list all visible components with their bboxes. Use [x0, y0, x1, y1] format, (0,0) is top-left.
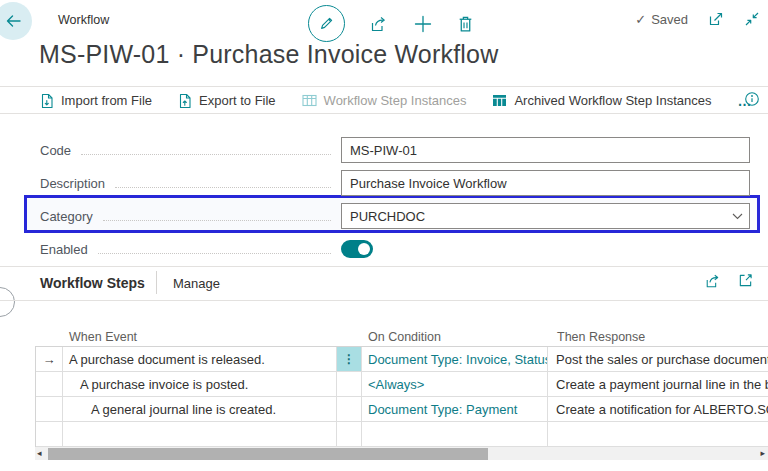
dotted-leader — [103, 203, 331, 221]
export-to-file-label: Export to File — [199, 93, 276, 108]
workflow-step-instances-label: Workflow Step Instances — [324, 93, 467, 108]
expand-icon — [738, 273, 753, 288]
row-selector-cell[interactable] — [36, 372, 63, 396]
share-icon — [704, 273, 722, 289]
horizontal-scrollbar[interactable]: ◂ ▸ — [35, 447, 768, 460]
when-event-cell[interactable]: A general journal line is created. — [63, 397, 337, 421]
then-response-cell[interactable]: Create a payment journal line in the b — [548, 372, 768, 396]
field-row-category: Category — [40, 203, 752, 230]
page-caption: Workflow — [58, 13, 109, 27]
row-selector-cell[interactable]: → — [36, 347, 63, 371]
section-separator — [156, 271, 157, 294]
popout-icon — [708, 11, 724, 27]
description-field[interactable] — [341, 170, 750, 196]
divider — [0, 86, 768, 87]
vertical-ellipsis-icon: ⋮ — [343, 352, 355, 366]
then-response-cell[interactable]: Post the sales or purchase document — [548, 347, 768, 371]
pencil-icon — [318, 15, 335, 32]
edge-partial-circle — [0, 287, 15, 317]
when-event-cell[interactable]: A purchase invoice is posted. — [63, 372, 337, 396]
on-condition-link[interactable]: Document Type: Payment — [362, 397, 548, 421]
table-row: A purchase invoice is posted. <Always> C… — [36, 372, 768, 397]
trash-icon — [457, 15, 474, 33]
when-event-cell[interactable] — [63, 422, 337, 446]
scroll-right-arrow[interactable]: ▸ — [760, 448, 765, 459]
workflow-step-instances-button[interactable]: Workflow Step Instances — [302, 93, 467, 108]
divider — [0, 113, 768, 114]
info-button[interactable] — [744, 91, 760, 107]
then-response-cell[interactable] — [548, 422, 768, 446]
code-field[interactable] — [341, 137, 750, 163]
dotted-leader — [81, 137, 331, 155]
category-label: Category — [40, 203, 93, 230]
on-condition-link[interactable]: Document Type: Invoice, Status: ... — [362, 347, 548, 371]
row-options-button[interactable]: ⋮ — [337, 347, 362, 371]
info-icon — [744, 91, 760, 107]
collapse-arrows-icon — [744, 11, 760, 27]
table-icon — [302, 94, 317, 107]
row-options-button[interactable] — [337, 397, 362, 421]
section-share-button[interactable] — [704, 273, 722, 289]
field-row-code: Code — [40, 137, 752, 164]
export-to-file-button[interactable]: Export to File — [178, 93, 276, 109]
archived-workflow-step-instances-button[interactable]: Archived Workflow Step Instances — [492, 93, 711, 108]
then-response-cell[interactable]: Create a notification for ALBERTO.SOE — [548, 397, 768, 421]
check-icon: ✓ — [635, 12, 646, 27]
save-status-label: Saved — [651, 12, 688, 27]
on-condition-cell[interactable] — [362, 422, 548, 446]
column-header-on-condition[interactable]: On Condition — [368, 330, 441, 344]
manage-menu-button[interactable]: Manage — [173, 276, 220, 291]
back-button[interactable] — [0, 2, 32, 40]
field-row-enabled: Enabled — [40, 236, 752, 263]
save-status: ✓ Saved — [635, 12, 688, 27]
collapse-page-button[interactable] — [744, 11, 760, 27]
field-row-description: Description — [40, 170, 752, 197]
export-file-icon — [178, 93, 192, 109]
table-row: A general journal line is created. Docum… — [36, 397, 768, 422]
import-file-icon — [40, 93, 54, 109]
row-selector-cell[interactable] — [36, 422, 63, 446]
code-label: Code — [40, 137, 71, 164]
table-row: → A purchase document is released. ⋮ Doc… — [36, 347, 768, 372]
column-header-then-response[interactable]: Then Response — [557, 330, 645, 344]
row-selector-cell[interactable] — [36, 397, 63, 421]
row-options-cell[interactable] — [337, 422, 362, 446]
plus-icon — [413, 14, 433, 34]
workflow-steps-section-title: Workflow Steps — [40, 275, 145, 291]
dotted-leader — [98, 236, 331, 254]
record-actions — [308, 5, 474, 42]
dotted-leader — [115, 170, 331, 188]
edit-button[interactable] — [308, 5, 345, 42]
import-from-file-button[interactable]: Import from File — [40, 93, 152, 109]
divider — [0, 300, 768, 301]
import-from-file-label: Import from File — [61, 93, 152, 108]
chevron-down-icon[interactable] — [732, 213, 743, 220]
share-icon — [369, 15, 389, 33]
selected-row-arrow-icon: → — [43, 352, 56, 367]
workflow-steps-table: → A purchase document is released. ⋮ Doc… — [35, 346, 768, 447]
row-options-button[interactable] — [337, 372, 362, 396]
open-in-new-window-button[interactable] — [708, 11, 724, 27]
on-condition-link[interactable]: <Always> — [362, 372, 548, 396]
enabled-label: Enabled — [40, 236, 88, 263]
action-bar: Import from File Export to File Workflow… — [40, 88, 752, 113]
new-button[interactable] — [413, 14, 433, 34]
page-title: MS-PIW-01 · Purchase Invoice Workflow — [39, 40, 498, 69]
window-actions: ✓ Saved — [635, 11, 760, 27]
archived-workflow-step-instances-label: Archived Workflow Step Instances — [514, 93, 711, 108]
when-event-cell[interactable]: A purchase document is released. — [63, 347, 337, 371]
scroll-left-arrow[interactable]: ◂ — [37, 448, 42, 459]
delete-button[interactable] — [457, 15, 474, 33]
description-label: Description — [40, 170, 105, 197]
column-header-when-event[interactable]: When Event — [69, 330, 137, 344]
divider — [0, 266, 768, 267]
category-combobox[interactable] — [341, 203, 750, 229]
enabled-toggle[interactable] — [341, 240, 373, 258]
table-row-empty — [36, 422, 768, 447]
table-filled-icon — [492, 94, 507, 107]
toggle-knob — [358, 243, 370, 255]
section-expand-button[interactable] — [738, 273, 753, 288]
share-button[interactable] — [369, 15, 389, 33]
scrollbar-thumb[interactable] — [48, 448, 488, 460]
back-arrow-icon — [4, 13, 22, 29]
